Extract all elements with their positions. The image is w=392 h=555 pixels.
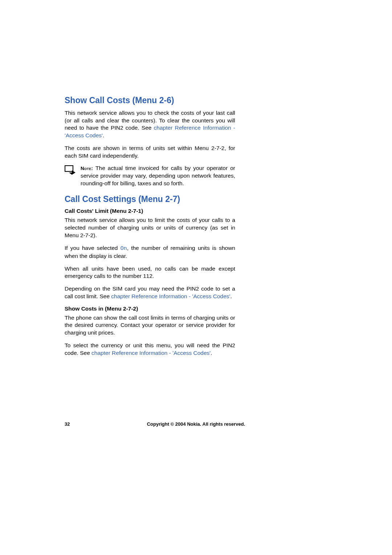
section-heading-show-call-costs: Show Call Costs (Menu 2-6) bbox=[65, 95, 235, 106]
svg-marker-2 bbox=[72, 170, 75, 175]
text: . bbox=[103, 132, 104, 138]
note-text: Note: The actual time invoiced for calls… bbox=[81, 165, 235, 187]
paragraph: This network service allows you to limit… bbox=[65, 216, 235, 239]
paragraph: When all units have been used, no calls … bbox=[65, 265, 235, 280]
paragraph: The costs are shown in terms of units se… bbox=[65, 145, 235, 160]
link-access-codes[interactable]: chapter Reference Information - 'Access … bbox=[91, 350, 211, 356]
paragraph: This network service allows you to check… bbox=[65, 109, 235, 139]
note-label: Note: bbox=[81, 166, 95, 171]
text: . bbox=[230, 293, 232, 299]
note-block: Note: The actual time invoiced for calls… bbox=[65, 165, 235, 187]
link-access-codes[interactable]: chapter Reference Information - 'Access … bbox=[111, 293, 230, 299]
text: The actual time invoiced for calls by yo… bbox=[81, 165, 235, 186]
section-heading-call-cost-settings: Call Cost Settings (Menu 2-7) bbox=[65, 194, 235, 204]
text: . bbox=[211, 350, 212, 356]
svg-rect-0 bbox=[65, 166, 73, 171]
note-icon bbox=[65, 165, 78, 176]
inline-value-on: On bbox=[121, 246, 127, 252]
paragraph: To select the currency or unit this menu… bbox=[65, 342, 235, 357]
paragraph: The phone can show the call cost limits … bbox=[65, 314, 235, 337]
text: If you have selected bbox=[65, 245, 121, 251]
paragraph: If you have selected On, the number of r… bbox=[65, 244, 235, 260]
paragraph: Depending on the SIM card you may need t… bbox=[65, 285, 235, 300]
subsection-heading-show-costs-in: Show Costs in (Menu 2-7-2) bbox=[65, 305, 235, 312]
subsection-heading-call-costs-limit: Call Costs' Limit (Menu 2-7-1) bbox=[65, 208, 235, 214]
footer-copyright: Copyright © 2004 Nokia. All rights reser… bbox=[0, 421, 392, 427]
manual-page: Show Call Costs (Menu 2-6) This network … bbox=[0, 0, 279, 357]
